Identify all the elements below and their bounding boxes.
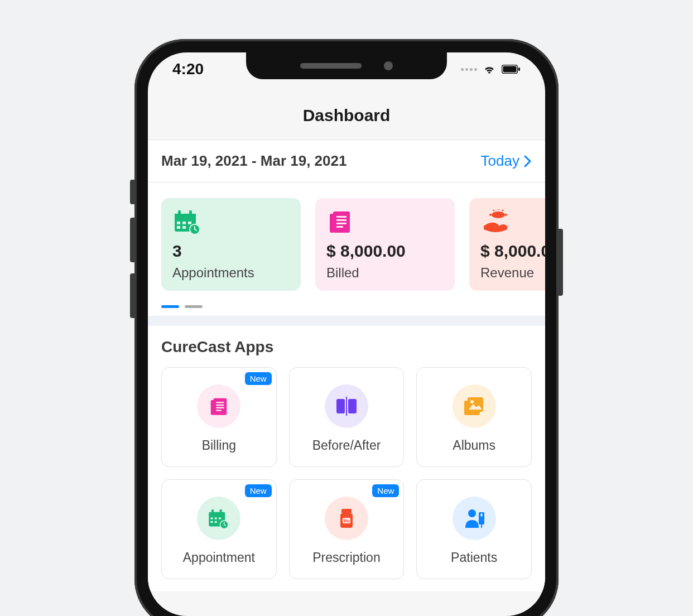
svg-rect-1 bbox=[503, 66, 517, 73]
svg-rect-5 bbox=[178, 210, 181, 216]
section-divider bbox=[148, 316, 545, 326]
phone-frame: 4:20 Dashboard Mar 19, 2021 - Mar 19, 20… bbox=[134, 39, 559, 616]
billing-icon bbox=[197, 384, 240, 428]
page-title: Dashboard bbox=[148, 106, 545, 125]
chevron-right-icon bbox=[524, 155, 532, 167]
revenue-icon bbox=[480, 208, 545, 235]
svg-rect-33 bbox=[346, 397, 347, 416]
front-camera bbox=[384, 61, 393, 70]
albums-icon bbox=[453, 384, 496, 428]
svg-rect-39 bbox=[220, 509, 222, 514]
app-tile-patients[interactable]: Patients bbox=[416, 479, 532, 579]
volume-up-button bbox=[130, 218, 134, 262]
svg-point-19 bbox=[492, 211, 505, 218]
app-label: Prescription bbox=[312, 550, 380, 565]
stat-value: $ 8,000.0 bbox=[480, 242, 545, 261]
stat-value: 3 bbox=[172, 242, 290, 261]
today-label: Today bbox=[481, 152, 519, 170]
stat-label: Billed bbox=[326, 265, 444, 281]
stat-card-billed[interactable]: $ 8,000.00 Billed bbox=[315, 198, 455, 291]
volume-down-button bbox=[130, 273, 134, 318]
app-label: Before/After bbox=[312, 438, 381, 453]
mute-switch bbox=[130, 180, 134, 204]
today-button[interactable]: Today bbox=[481, 152, 532, 170]
svg-rect-38 bbox=[211, 509, 214, 514]
notch bbox=[246, 52, 447, 79]
svg-rect-6 bbox=[189, 210, 192, 216]
svg-point-20 bbox=[489, 214, 492, 216]
app-tile-prescription[interactable]: New Rx Prescription bbox=[289, 479, 405, 579]
svg-rect-14 bbox=[330, 214, 334, 233]
svg-rect-32 bbox=[348, 399, 357, 413]
date-range: Mar 19, 2021 - Mar 19, 2021 bbox=[161, 152, 346, 170]
svg-rect-25 bbox=[214, 398, 227, 415]
svg-text:Rx: Rx bbox=[344, 518, 350, 523]
stat-card-revenue[interactable]: $ 8,000.0 Revenue bbox=[469, 198, 545, 291]
stat-label: Revenue bbox=[480, 265, 545, 281]
new-badge: New bbox=[245, 372, 272, 385]
apps-section: CureCast Apps New Billing Before/After bbox=[148, 326, 545, 591]
patients-icon bbox=[453, 497, 496, 540]
speaker bbox=[300, 63, 362, 69]
svg-rect-54 bbox=[481, 524, 482, 528]
svg-rect-42 bbox=[219, 517, 221, 519]
svg-point-21 bbox=[505, 214, 507, 216]
app-tile-before-after[interactable]: Before/After bbox=[289, 367, 405, 467]
appointment-icon bbox=[197, 497, 240, 540]
svg-rect-26 bbox=[211, 400, 214, 415]
svg-rect-27 bbox=[216, 402, 224, 403]
svg-rect-43 bbox=[211, 521, 213, 523]
stat-value: $ 8,000.00 bbox=[326, 242, 444, 261]
svg-rect-35 bbox=[468, 397, 483, 412]
svg-rect-11 bbox=[182, 226, 186, 229]
svg-rect-15 bbox=[336, 216, 346, 218]
app-label: Billing bbox=[202, 438, 236, 453]
svg-rect-29 bbox=[216, 407, 224, 408]
svg-rect-8 bbox=[182, 222, 186, 224]
svg-rect-18 bbox=[336, 226, 343, 228]
battery-icon bbox=[502, 65, 521, 74]
svg-rect-2 bbox=[518, 68, 520, 71]
svg-rect-7 bbox=[177, 222, 180, 224]
svg-rect-31 bbox=[336, 399, 345, 413]
svg-rect-17 bbox=[336, 223, 346, 224]
signal-icon bbox=[461, 68, 477, 71]
pager bbox=[148, 302, 545, 316]
power-button bbox=[559, 229, 563, 296]
svg-rect-44 bbox=[215, 521, 217, 523]
svg-rect-47 bbox=[341, 509, 352, 513]
app-tile-appointment[interactable]: New Appointment bbox=[161, 479, 277, 579]
prescription-icon: Rx bbox=[325, 497, 368, 540]
calendar-icon bbox=[172, 208, 290, 235]
svg-point-36 bbox=[470, 400, 474, 403]
pager-dot[interactable] bbox=[185, 305, 203, 308]
svg-rect-41 bbox=[215, 517, 217, 519]
stats-row[interactable]: 3 Appointments $ 8,000.00 Billed $ 8,000… bbox=[148, 182, 545, 302]
status-time: 4:20 bbox=[172, 60, 204, 78]
bill-icon bbox=[326, 208, 444, 235]
svg-rect-40 bbox=[211, 517, 213, 519]
stat-card-appointments[interactable]: 3 Appointments bbox=[161, 198, 301, 291]
svg-point-22 bbox=[493, 210, 495, 211]
new-badge: New bbox=[245, 484, 272, 497]
svg-rect-16 bbox=[336, 219, 346, 221]
svg-point-50 bbox=[468, 509, 476, 517]
svg-rect-9 bbox=[188, 222, 191, 224]
apps-grid: New Billing Before/After Al bbox=[161, 367, 532, 579]
svg-point-23 bbox=[502, 210, 504, 211]
app-label: Patients bbox=[451, 550, 497, 565]
pager-dot-active[interactable] bbox=[161, 305, 179, 308]
app-tile-billing[interactable]: New Billing bbox=[161, 367, 277, 467]
apps-section-title: CureCast Apps bbox=[161, 338, 532, 356]
svg-rect-4 bbox=[175, 214, 196, 219]
svg-rect-10 bbox=[177, 226, 180, 229]
app-tile-albums[interactable]: Albums bbox=[416, 367, 532, 467]
svg-rect-13 bbox=[333, 211, 350, 233]
svg-rect-53 bbox=[481, 513, 482, 517]
svg-point-24 bbox=[498, 209, 499, 210]
app-label: Appointment bbox=[183, 550, 255, 565]
svg-rect-30 bbox=[216, 410, 222, 411]
app-header: Dashboard bbox=[148, 86, 545, 140]
date-row: Mar 19, 2021 - Mar 19, 2021 Today bbox=[148, 140, 545, 182]
status-right bbox=[461, 64, 521, 74]
